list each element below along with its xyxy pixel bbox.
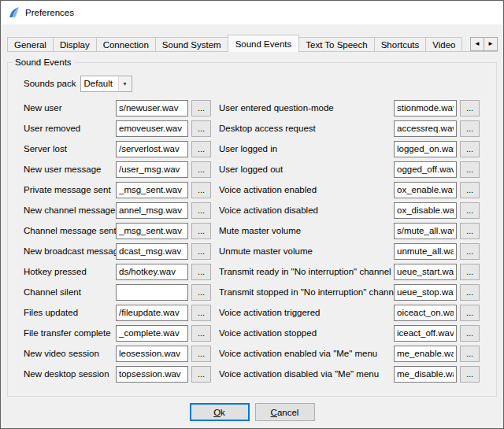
sound-file-input[interactable] [394, 284, 457, 301]
browse-button[interactable]: ... [460, 120, 480, 137]
sound-file-input[interactable] [394, 243, 457, 260]
sound-event-label: New video session [24, 349, 116, 358]
browse-button[interactable]: ... [460, 305, 480, 321]
tab-video[interactable]: Video [425, 37, 462, 52]
sound-event-label: New channel message [24, 205, 116, 215]
sound-file-input[interactable] [394, 366, 457, 383]
sound-file-input[interactable] [116, 100, 188, 116]
preferences-window: Preferences GeneralDisplayConnectionSoun… [0, 0, 504, 429]
browse-button[interactable]: ... [191, 100, 211, 116]
sound-file-input[interactable] [394, 141, 457, 157]
tab-general[interactable]: General [7, 37, 54, 52]
sound-file-input[interactable] [116, 161, 188, 178]
sound-file-input[interactable] [394, 100, 457, 116]
browse-button[interactable]: ... [191, 264, 211, 280]
sound-file-input[interactable] [116, 264, 188, 280]
sound-event-row: Voice activation enabled... [219, 179, 480, 200]
browse-button[interactable]: ... [460, 346, 480, 362]
tab-sound-events[interactable]: Sound Events [228, 35, 300, 52]
sound-file-input[interactable] [116, 305, 188, 321]
sound-file-input[interactable] [116, 182, 188, 198]
browse-button[interactable]: ... [460, 161, 480, 178]
sound-event-label: Voice activation disabled via "Me" menu [219, 369, 394, 379]
tab-scroll-control: ◄ ► [471, 37, 498, 51]
sound-event-label: New user message [24, 165, 116, 174]
sound-event-label: Voice activation stopped [219, 328, 394, 338]
sound-file-input[interactable] [116, 202, 188, 219]
ok-button[interactable]: Ok [190, 403, 250, 421]
tab-scroll-right-button[interactable]: ► [484, 37, 498, 51]
browse-button[interactable]: ... [460, 264, 480, 280]
sound-file-input[interactable] [116, 284, 188, 301]
tab-connection[interactable]: Connection [96, 37, 156, 52]
sound-file-input[interactable] [116, 325, 188, 342]
browse-button[interactable]: ... [460, 243, 480, 260]
sound-events-grid: New user...User removed...Server lost...… [24, 98, 496, 384]
browse-button[interactable]: ... [191, 346, 211, 362]
browse-button[interactable]: ... [460, 141, 480, 157]
tab-sound-system[interactable]: Sound System [155, 37, 228, 52]
browse-button[interactable]: ... [460, 325, 480, 342]
tab-text-to-speech[interactable]: Text To Speech [298, 37, 374, 52]
sound-event-row: User logged in... [219, 139, 480, 159]
browse-button[interactable]: ... [191, 120, 211, 137]
sound-file-input[interactable] [394, 305, 457, 321]
dialog-buttons: Ok Cancel [1, 403, 503, 421]
sounds-pack-label: Sounds pack [24, 79, 76, 88]
sound-file-input[interactable] [394, 202, 457, 219]
app-logo-icon [8, 6, 20, 19]
sound-file-input[interactable] [394, 182, 457, 198]
cancel-button[interactable]: Cancel [255, 403, 315, 421]
sound-event-label: Voice activation triggered [219, 308, 394, 317]
tab-scroll-left-button[interactable]: ◄ [470, 37, 484, 51]
browse-button[interactable]: ... [460, 182, 480, 198]
sound-file-input[interactable] [394, 161, 457, 178]
sound-event-label: Voice activation disabled [219, 205, 394, 215]
browse-button[interactable]: ... [191, 202, 211, 219]
sound-file-input[interactable] [116, 346, 188, 362]
chevron-down-icon: ▾ [118, 76, 132, 91]
browse-button[interactable]: ... [191, 223, 211, 239]
browse-button[interactable]: ... [191, 161, 211, 178]
sound-event-row: Files updated... [24, 302, 211, 323]
sound-file-input[interactable] [394, 223, 457, 239]
tab-bar: GeneralDisplayConnectionSound SystemSoun… [7, 35, 498, 52]
browse-button[interactable]: ... [460, 284, 480, 301]
sound-event-row: Voice activation disabled via "Me" menu.… [219, 364, 480, 384]
sound-event-label: New desktop session [24, 369, 116, 379]
titlebar: Preferences [1, 1, 503, 24]
sound-event-row: Channel silent... [24, 282, 211, 302]
sound-event-row: Hotkey pressed... [24, 261, 211, 282]
browse-button[interactable]: ... [191, 182, 211, 198]
browse-button[interactable]: ... [191, 305, 211, 321]
tab-shortcuts[interactable]: Shortcuts [374, 37, 427, 52]
sound-file-input[interactable] [394, 325, 457, 342]
browse-button[interactable]: ... [460, 100, 480, 116]
sound-file-input[interactable] [116, 141, 188, 157]
sounds-pack-row: Sounds pack Default ▾ [24, 75, 496, 92]
sound-event-row: New video session... [24, 343, 211, 364]
sound-file-input[interactable] [394, 264, 457, 280]
sound-file-input[interactable] [116, 243, 188, 260]
browse-button[interactable]: ... [191, 284, 211, 301]
tab-display[interactable]: Display [53, 37, 97, 52]
sound-event-label: Voice activation enabled [219, 185, 394, 194]
sound-file-input[interactable] [394, 346, 457, 362]
sound-file-input[interactable] [116, 120, 188, 137]
browse-button[interactable]: ... [191, 243, 211, 260]
sound-event-label: Transmit ready in "No interruption" chan… [219, 267, 394, 276]
browse-button[interactable]: ... [460, 223, 480, 239]
sound-file-input[interactable] [116, 223, 188, 239]
sound-file-input[interactable] [116, 366, 188, 383]
sound-event-label: Hotkey pressed [24, 267, 116, 276]
browse-button[interactable]: ... [191, 366, 211, 383]
browse-button[interactable]: ... [460, 366, 480, 383]
sound-file-input[interactable] [394, 120, 457, 137]
sound-event-label: User logged in [219, 144, 394, 153]
browse-button[interactable]: ... [191, 325, 211, 342]
sound-events-group: Sound Events Sounds pack Default ▾ New u… [7, 57, 497, 397]
sounds-pack-select[interactable]: Default ▾ [80, 76, 132, 92]
browse-button[interactable]: ... [191, 141, 211, 157]
browse-button[interactable]: ... [460, 202, 480, 219]
sound-event-label: Desktop access request [219, 124, 394, 133]
